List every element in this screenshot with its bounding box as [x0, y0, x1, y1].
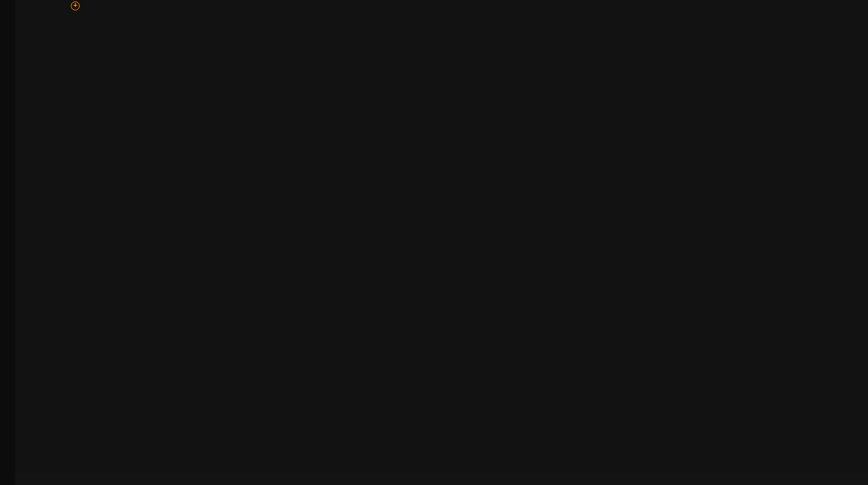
sidebar: [0, 0, 15, 485]
kline-app: +: [0, 0, 868, 485]
indicator-toolbar: [0, 473, 868, 485]
expand-plus-icon[interactable]: +: [71, 1, 80, 10]
chart-canvas[interactable]: [0, 0, 868, 485]
x-axis: [0, 460, 868, 473]
top-bar: +: [17, 0, 868, 11]
period-selector[interactable]: [17, 461, 20, 470]
